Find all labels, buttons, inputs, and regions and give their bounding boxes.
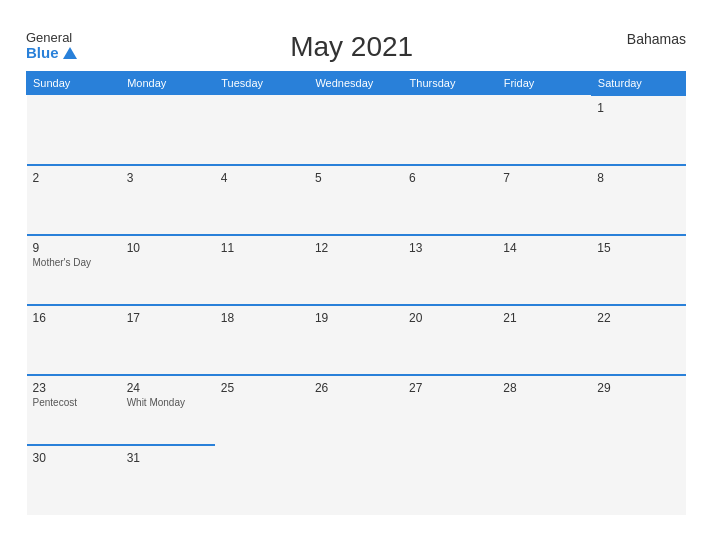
calendar-day-cell (403, 445, 497, 515)
day-event: Whit Monday (127, 397, 209, 408)
calendar-day-cell: 22 (591, 305, 685, 375)
logo-general-text: General (26, 31, 77, 45)
day-number: 16 (33, 311, 115, 325)
calendar-day-cell (215, 445, 309, 515)
calendar-day-cell (403, 95, 497, 165)
calendar-day-cell: 30 (27, 445, 121, 515)
calendar-wrapper: General Blue May 2021 Bahamas SundayMond… (11, 21, 701, 530)
calendar-day-cell (27, 95, 121, 165)
calendar-day-cell: 14 (497, 235, 591, 305)
day-number: 6 (409, 171, 491, 185)
day-number: 17 (127, 311, 209, 325)
calendar-body: 123456789Mother's Day1011121314151617181… (27, 95, 686, 515)
day-event: Mother's Day (33, 257, 115, 268)
calendar-day-cell: 18 (215, 305, 309, 375)
day-number: 14 (503, 241, 585, 255)
day-number: 21 (503, 311, 585, 325)
calendar-day-cell: 1 (591, 95, 685, 165)
day-number: 23 (33, 381, 115, 395)
calendar-day-cell: 13 (403, 235, 497, 305)
weekday-header-cell: Sunday (27, 71, 121, 95)
day-number: 26 (315, 381, 397, 395)
calendar-week-row: 2345678 (27, 165, 686, 235)
day-number: 2 (33, 171, 115, 185)
calendar-day-cell: 15 (591, 235, 685, 305)
day-number: 20 (409, 311, 491, 325)
logo-blue-text: Blue (26, 45, 77, 62)
calendar-week-row: 3031 (27, 445, 686, 515)
calendar-day-cell (309, 95, 403, 165)
day-number: 11 (221, 241, 303, 255)
calendar-day-cell: 7 (497, 165, 591, 235)
logo: General Blue (26, 31, 77, 62)
calendar-grid: SundayMondayTuesdayWednesdayThursdayFrid… (26, 71, 686, 515)
day-number: 27 (409, 381, 491, 395)
calendar-title: May 2021 (290, 31, 413, 63)
day-number: 29 (597, 381, 679, 395)
calendar-day-cell: 12 (309, 235, 403, 305)
day-number: 9 (33, 241, 115, 255)
weekday-header-cell: Friday (497, 71, 591, 95)
day-number: 5 (315, 171, 397, 185)
calendar-week-row: 9Mother's Day101112131415 (27, 235, 686, 305)
day-number: 13 (409, 241, 491, 255)
calendar-day-cell: 11 (215, 235, 309, 305)
weekday-header-cell: Tuesday (215, 71, 309, 95)
calendar-day-cell: 25 (215, 375, 309, 445)
logo-triangle-icon (63, 47, 77, 59)
calendar-day-cell: 31 (121, 445, 215, 515)
calendar-day-cell: 3 (121, 165, 215, 235)
day-number: 8 (597, 171, 679, 185)
calendar-day-cell: 19 (309, 305, 403, 375)
day-number: 31 (127, 451, 209, 465)
calendar-day-cell (309, 445, 403, 515)
calendar-day-cell (591, 445, 685, 515)
day-number: 15 (597, 241, 679, 255)
calendar-day-cell (497, 95, 591, 165)
day-number: 24 (127, 381, 209, 395)
calendar-week-row: 16171819202122 (27, 305, 686, 375)
calendar-day-cell: 10 (121, 235, 215, 305)
calendar-day-cell: 8 (591, 165, 685, 235)
day-number: 7 (503, 171, 585, 185)
calendar-week-row: 23Pentecost24Whit Monday2526272829 (27, 375, 686, 445)
day-number: 28 (503, 381, 585, 395)
calendar-country: Bahamas (627, 31, 686, 47)
calendar-day-cell: 26 (309, 375, 403, 445)
weekday-header-cell: Saturday (591, 71, 685, 95)
day-number: 19 (315, 311, 397, 325)
weekday-header-cell: Monday (121, 71, 215, 95)
weekday-header-cell: Thursday (403, 71, 497, 95)
day-number: 30 (33, 451, 115, 465)
calendar-day-cell: 4 (215, 165, 309, 235)
day-number: 1 (597, 101, 679, 115)
calendar-day-cell: 6 (403, 165, 497, 235)
day-number: 3 (127, 171, 209, 185)
calendar-day-cell: 16 (27, 305, 121, 375)
calendar-header: General Blue May 2021 Bahamas (26, 31, 686, 63)
calendar-day-cell: 21 (497, 305, 591, 375)
day-number: 10 (127, 241, 209, 255)
calendar-day-cell (215, 95, 309, 165)
calendar-day-cell: 23Pentecost (27, 375, 121, 445)
weekday-header-row: SundayMondayTuesdayWednesdayThursdayFrid… (27, 71, 686, 95)
calendar-day-cell: 27 (403, 375, 497, 445)
calendar-day-cell: 9Mother's Day (27, 235, 121, 305)
day-number: 18 (221, 311, 303, 325)
calendar-day-cell: 24Whit Monday (121, 375, 215, 445)
day-event: Pentecost (33, 397, 115, 408)
calendar-day-cell: 20 (403, 305, 497, 375)
calendar-week-row: 1 (27, 95, 686, 165)
calendar-day-cell: 17 (121, 305, 215, 375)
calendar-day-cell: 5 (309, 165, 403, 235)
calendar-day-cell (497, 445, 591, 515)
calendar-day-cell: 2 (27, 165, 121, 235)
calendar-day-cell: 28 (497, 375, 591, 445)
day-number: 25 (221, 381, 303, 395)
calendar-day-cell: 29 (591, 375, 685, 445)
calendar-day-cell (121, 95, 215, 165)
day-number: 22 (597, 311, 679, 325)
weekday-header-cell: Wednesday (309, 71, 403, 95)
day-number: 12 (315, 241, 397, 255)
day-number: 4 (221, 171, 303, 185)
